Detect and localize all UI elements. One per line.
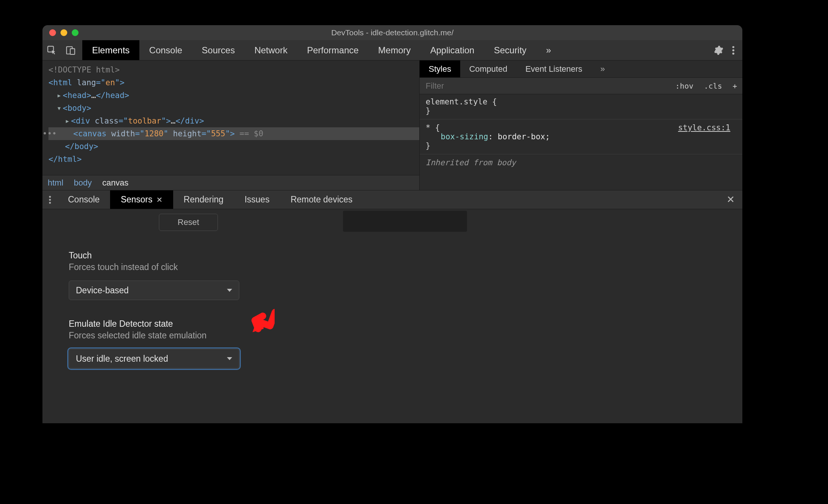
sensors-panel[interactable]: Reset Touch Forces touch instead of clic…: [42, 209, 742, 423]
expand-icon[interactable]: ▸: [65, 115, 71, 127]
idle-title: Emulate Idle Detector state: [69, 319, 716, 329]
tab-security[interactable]: Security: [484, 40, 536, 60]
chevron-down-icon: [227, 289, 232, 292]
svg-point-8: [49, 202, 51, 204]
dom-doctype: <!DOCTYPE html>: [48, 65, 120, 74]
tab-computed[interactable]: Computed: [460, 60, 517, 77]
tabs-overflow-icon[interactable]: »: [536, 40, 561, 60]
idle-section: Emulate Idle Detector state Forces selec…: [69, 319, 716, 368]
breadcrumb: html body canvas: [42, 175, 419, 190]
svg-point-4: [732, 49, 734, 51]
breadcrumb-body[interactable]: body: [74, 178, 92, 188]
drawer: Console Sensors ✕ Rendering Issues Remot…: [42, 190, 742, 423]
sidebar-tabs: Styles Computed Event Listeners »: [420, 60, 742, 78]
touch-select-value: Device-based: [76, 285, 129, 296]
cls-toggle[interactable]: .cls: [699, 81, 727, 91]
ellipsis-icon[interactable]: •••: [42, 127, 54, 140]
touch-section: Touch Forces touch instead of click Devi…: [69, 250, 716, 300]
rule-source-link[interactable]: style.css:1: [678, 123, 730, 132]
tab-network[interactable]: Network: [245, 40, 297, 60]
fullscreen-window-button[interactable]: [72, 29, 79, 36]
collapse-icon[interactable]: ▾: [57, 102, 63, 115]
breadcrumb-html[interactable]: html: [48, 178, 63, 188]
reset-button[interactable]: Reset: [159, 214, 218, 231]
close-window-button[interactable]: [49, 29, 56, 36]
styles-rules[interactable]: element.style { } * { style.css:1 box-si…: [420, 94, 742, 170]
dom-tree[interactable]: <!DOCTYPE html> <html lang="en"> ▸<head>…: [42, 60, 419, 166]
close-icon[interactable]: ✕: [156, 195, 163, 204]
drawer-tab-issues[interactable]: Issues: [234, 190, 280, 209]
kebab-menu-icon[interactable]: [732, 45, 735, 55]
traffic-lights: [49, 29, 79, 36]
touch-title: Touch: [69, 250, 716, 261]
touch-description: Forces touch instead of click: [69, 262, 716, 272]
idle-select-value: User idle, screen locked: [76, 354, 168, 364]
breadcrumb-canvas[interactable]: canvas: [102, 178, 128, 188]
tab-memory[interactable]: Memory: [369, 40, 421, 60]
drawer-tab-console[interactable]: Console: [57, 190, 110, 209]
svg-point-7: [49, 199, 51, 201]
svg-point-5: [732, 52, 734, 54]
idle-description: Forces selected idle state emulation: [69, 330, 716, 341]
elements-tree-pane[interactable]: <!DOCTYPE html> <html lang="en"> ▸<head>…: [42, 60, 419, 190]
drawer-tabs: Console Sensors ✕ Rendering Issues Remot…: [42, 190, 742, 209]
chevron-down-icon: [227, 357, 232, 360]
new-rule-button[interactable]: +: [727, 81, 742, 91]
devtools-toolbar: Elements Console Sources Network Perform…: [42, 40, 742, 60]
drawer-kebab-icon[interactable]: [42, 195, 57, 204]
expand-icon[interactable]: ▸: [57, 89, 63, 102]
tab-elements[interactable]: Elements: [82, 40, 139, 60]
styles-pane: Styles Computed Event Listeners » :hov .…: [419, 60, 742, 190]
window-title: DevTools - idle-detection.glitch.me/: [42, 28, 742, 37]
panel-tabs: Elements Console Sources Network Perform…: [82, 40, 561, 60]
masked-field: [343, 211, 467, 232]
toolbar-right: [714, 45, 742, 55]
tab-application[interactable]: Application: [420, 40, 484, 60]
gear-icon[interactable]: [714, 45, 724, 55]
hov-toggle[interactable]: :hov: [670, 81, 699, 91]
titlebar: DevTools - idle-detection.glitch.me/: [42, 25, 742, 40]
svg-point-6: [49, 196, 51, 198]
tab-event-listeners[interactable]: Event Listeners: [516, 60, 591, 77]
drawer-tab-rendering[interactable]: Rendering: [173, 190, 234, 209]
tab-styles[interactable]: Styles: [420, 60, 460, 77]
styles-filter-row: :hov .cls +: [420, 78, 742, 94]
devtools-window: DevTools - idle-detection.glitch.me/ Ele…: [42, 25, 742, 423]
svg-rect-2: [70, 48, 75, 54]
inherited-from-label: Inherited from body: [426, 158, 736, 167]
inspect-element-icon[interactable]: [42, 40, 61, 60]
rule-universal[interactable]: * {: [426, 123, 440, 132]
tab-console[interactable]: Console: [139, 40, 192, 60]
device-toolbar-icon[interactable]: [61, 40, 80, 60]
idle-select[interactable]: User idle, screen locked: [69, 349, 239, 368]
svg-point-3: [732, 46, 734, 48]
drawer-close-icon[interactable]: ✕: [727, 194, 735, 205]
rule-element-style[interactable]: element.style {: [426, 97, 497, 106]
sidebar-tabs-overflow-icon[interactable]: »: [591, 60, 614, 77]
minimize-window-button[interactable]: [60, 29, 67, 36]
tab-sources[interactable]: Sources: [192, 40, 245, 60]
annotation-arrow-icon: [249, 305, 275, 337]
middle-split: <!DOCTYPE html> <html lang="en"> ▸<head>…: [42, 60, 742, 190]
dom-selected-node[interactable]: •••<canvas width="1280" height="555"> ==…: [48, 127, 419, 140]
drawer-tab-sensors[interactable]: Sensors ✕: [110, 190, 173, 209]
styles-filter-input[interactable]: [420, 81, 670, 91]
drawer-tab-remote-devices[interactable]: Remote devices: [280, 190, 363, 209]
tab-performance[interactable]: Performance: [297, 40, 368, 60]
touch-select[interactable]: Device-based: [69, 281, 239, 300]
